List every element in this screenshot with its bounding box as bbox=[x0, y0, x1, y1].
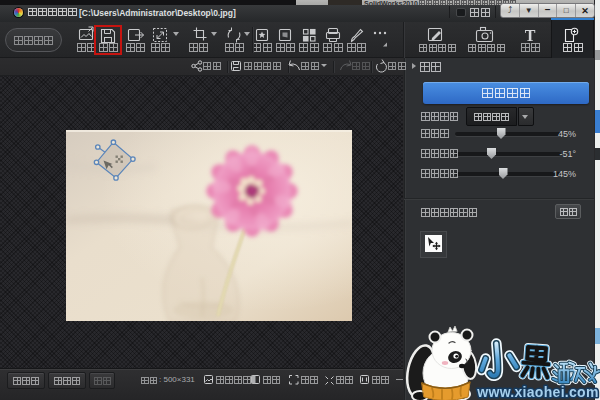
svg-text:T: T bbox=[525, 27, 536, 44]
svg-text:www.xiaohei.com: www.xiaohei.com bbox=[476, 384, 598, 400]
